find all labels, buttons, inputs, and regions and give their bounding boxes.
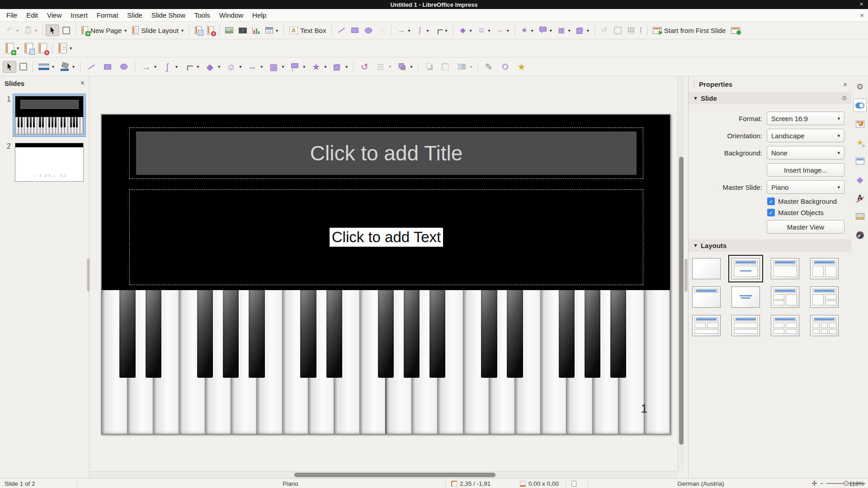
- delete-slide-button[interactable]: [36, 41, 50, 55]
- connectors-button[interactable]: ▾: [180, 60, 202, 74]
- shapes-tab[interactable]: ◆: [853, 173, 867, 186]
- vertical-text-button[interactable]: [375, 25, 388, 36]
- layout-thumb-11[interactable]: [771, 315, 799, 336]
- ellipse-button[interactable]: [116, 60, 132, 74]
- vertical-scrollbar[interactable]: [678, 76, 684, 471]
- 3d-objects-button[interactable]: ▾: [573, 24, 592, 36]
- sidebar-settings-tab[interactable]: ⚙: [853, 80, 867, 94]
- properties-tab[interactable]: [853, 99, 867, 112]
- layout-thumb-3[interactable]: [771, 258, 799, 279]
- symbol-shapes-button[interactable]: ☺▾: [475, 24, 493, 36]
- start-from-current-slide-button[interactable]: [728, 25, 743, 36]
- panel-splitter-right[interactable]: [684, 259, 688, 291]
- select-button[interactable]: [46, 24, 59, 36]
- image-filter-button[interactable]: ▾: [453, 60, 475, 74]
- insert-line-button[interactable]: [83, 60, 99, 74]
- animation-button[interactable]: ★: [513, 60, 529, 74]
- layout-thumb-9[interactable]: [692, 315, 721, 336]
- zoom-pan-button[interactable]: [59, 24, 73, 36]
- select-button[interactable]: [3, 61, 16, 73]
- lines-and-arrows-button[interactable]: →▾: [394, 24, 413, 36]
- layout-thumb-8[interactable]: [810, 286, 839, 308]
- master-objects-checkbox[interactable]: ✓: [767, 209, 775, 216]
- panel-splitter-left[interactable]: [87, 259, 90, 291]
- arrange-button[interactable]: ▾: [394, 60, 415, 74]
- layout-thumb-1[interactable]: [692, 258, 721, 279]
- basic-shapes-button[interactable]: ◆▾: [456, 24, 475, 36]
- slide-editing-area[interactable]: Click to add Title Click to add Text 1: [101, 114, 671, 435]
- insert-image-button[interactable]: [222, 25, 236, 35]
- slide-section-header[interactable]: ▼ Slide ⚙: [689, 92, 852, 104]
- insert-image-button[interactable]: Insert Image...: [767, 163, 844, 177]
- snap-guides-button[interactable]: [637, 25, 644, 35]
- slide-transition-tab[interactable]: [853, 117, 867, 131]
- menu-tools[interactable]: Tools: [190, 9, 215, 21]
- slide-thumbnail-2[interactable]: 2 ♩♪ ♫♪ ♩ ♪♫: [0, 141, 87, 184]
- master-background-checkbox[interactable]: ✓: [767, 197, 775, 205]
- title-placeholder-text[interactable]: Click to add Title: [136, 131, 637, 175]
- duplicate-page-button[interactable]: [192, 24, 204, 36]
- shadow-button[interactable]: [421, 60, 437, 74]
- 3d-objects-button[interactable]: ▾: [329, 60, 350, 74]
- glue-points-button[interactable]: [497, 60, 513, 74]
- ellipse-button[interactable]: [362, 24, 375, 36]
- layout-thumb-2[interactable]: [731, 258, 760, 279]
- symbol-shapes-button[interactable]: ☺▾: [223, 60, 244, 74]
- section-gear-icon[interactable]: ⚙: [841, 94, 847, 102]
- new-page-button[interactable]: New Page▾: [79, 24, 129, 36]
- block-arrows-button[interactable]: ⇔▾: [493, 24, 512, 36]
- background-select[interactable]: None ▾: [767, 146, 844, 160]
- display-grid-button[interactable]: [625, 25, 637, 35]
- curves-and-polygons-button[interactable]: ʃ▾: [413, 24, 432, 36]
- layout-thumb-10[interactable]: [731, 315, 760, 336]
- menu-help[interactable]: Help: [248, 9, 271, 21]
- start-from-first-slide-button[interactable]: Start from First Slide: [650, 25, 729, 36]
- rotate-button[interactable]: ↺: [598, 24, 611, 36]
- slide-layout-button[interactable]: Slide Layout▾: [129, 24, 186, 36]
- zoom-level[interactable]: 118%: [849, 479, 864, 488]
- callout-shapes-button[interactable]: ▾: [287, 60, 308, 74]
- insert-table-button[interactable]: ▾: [263, 25, 281, 35]
- master-slides-tab[interactable]: [853, 154, 867, 168]
- styles-tab[interactable]: A: [853, 191, 867, 205]
- zoom-slider-knob[interactable]: [844, 481, 849, 486]
- gallery-tab[interactable]: [853, 210, 867, 223]
- menu-edit[interactable]: Edit: [22, 9, 42, 21]
- insert-line-button[interactable]: [335, 24, 348, 36]
- text-placeholder[interactable]: Click to add Text: [129, 189, 643, 285]
- rotate-button[interactable]: ↺: [356, 60, 373, 74]
- navigator-tab[interactable]: [853, 228, 867, 242]
- orientation-select[interactable]: Landscape ▾: [767, 129, 844, 142]
- zoom-out-icon[interactable]: −: [820, 480, 824, 487]
- document-modified-icon[interactable]: [571, 481, 576, 487]
- menu-file[interactable]: File: [2, 9, 22, 21]
- fit-slide-icon[interactable]: ✛: [811, 479, 817, 488]
- horizontal-scrollbar-thumb[interactable]: [294, 473, 495, 477]
- rectangle-button[interactable]: [348, 24, 362, 36]
- layout-thumb-7[interactable]: [771, 286, 799, 308]
- helplines-while-moving-button[interactable]: [611, 24, 625, 36]
- layout-thumb-12[interactable]: [810, 315, 839, 336]
- flowchart-shapes-button[interactable]: ▦▾: [265, 60, 287, 74]
- crop-image-button[interactable]: [437, 60, 453, 74]
- menu-slide[interactable]: Slide: [123, 9, 146, 21]
- menu-view[interactable]: View: [42, 9, 66, 21]
- flowchart-shapes-button[interactable]: ▦▾: [555, 24, 573, 36]
- title-placeholder[interactable]: Click to add Title: [129, 127, 643, 179]
- stars-and-banners-button[interactable]: ★▾: [518, 24, 536, 36]
- curves-and-polygons-button[interactable]: ʃ▾: [159, 60, 180, 74]
- insert-chart-button[interactable]: [250, 25, 263, 36]
- master-slide-select[interactable]: Piano ▾: [767, 180, 844, 194]
- lines-and-arrows-button[interactable]: →▾: [138, 60, 159, 74]
- duplicate-slide-button[interactable]: [22, 41, 36, 55]
- layouts-section-header[interactable]: ▼ Layouts: [689, 239, 852, 252]
- insert-text-box-button[interactable]: AText Box: [287, 25, 329, 36]
- format-select[interactable]: Screen 16:9 ▾: [767, 112, 844, 125]
- layout-thumb-5[interactable]: [692, 286, 721, 308]
- panel-drag-handle[interactable]: [693, 80, 695, 88]
- callout-shapes-button[interactable]: ▾: [536, 24, 555, 36]
- menu-slide-show[interactable]: Slide Show: [147, 9, 190, 21]
- points-button[interactable]: ✎: [481, 60, 497, 74]
- properties-close-icon[interactable]: ×: [843, 80, 847, 88]
- layout-thumb-4[interactable]: [810, 258, 839, 279]
